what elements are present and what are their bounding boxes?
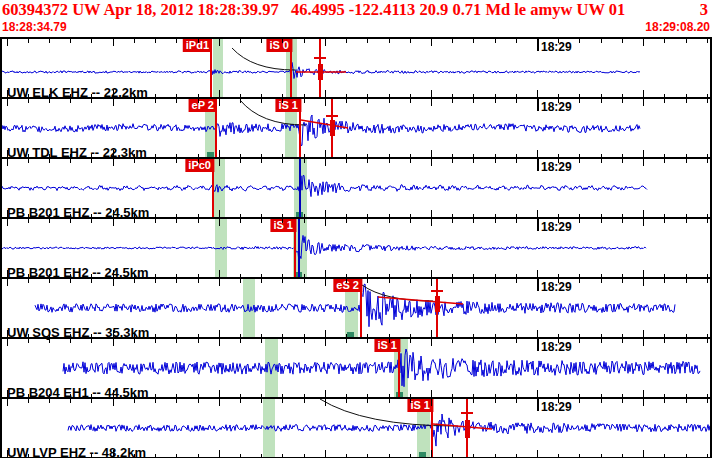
amplitude-marker-box[interactable] — [435, 296, 440, 312]
second-tick — [431, 390, 432, 397]
second-tick — [537, 330, 538, 337]
station-channel-label: UW LVP EHZ -- 48.2km — [7, 445, 146, 458]
trace-panel-pb-b204[interactable]: iS 118:29PB B204 EH1 -- 44.5km — [0, 337, 712, 397]
phase-pick-label[interactable]: iS 1 — [275, 99, 301, 112]
second-tick — [261, 399, 262, 403]
second-tick — [516, 99, 517, 103]
second-tick — [643, 270, 644, 277]
phase-pick-label[interactable]: iPc0 — [185, 159, 214, 172]
second-tick — [686, 159, 687, 163]
associated-pick-line[interactable] — [298, 218, 300, 277]
amplitude-marker-box[interactable] — [465, 420, 470, 438]
phase-pick-label[interactable]: eS 2 — [333, 279, 362, 292]
second-tick — [304, 339, 305, 343]
second-tick — [219, 39, 220, 46]
second-tick — [219, 210, 220, 217]
second-tick — [643, 450, 644, 457]
second-tick — [155, 219, 156, 223]
second-tick — [579, 399, 580, 403]
second-tick — [537, 210, 538, 217]
second-tick — [261, 159, 262, 163]
second-tick — [431, 270, 432, 277]
second-tick — [325, 210, 326, 217]
amplitude-marker-box[interactable] — [330, 120, 335, 136]
amplitude-marker-box[interactable] — [318, 64, 323, 80]
second-tick — [304, 99, 305, 103]
station-channel-label: PB B201 EH2 -- 24.5km — [7, 265, 149, 280]
second-tick — [686, 219, 687, 223]
second-tick — [113, 279, 114, 286]
second-tick — [155, 279, 156, 283]
second-tick — [431, 150, 432, 157]
station-channel-label: PB B201 EHZ -- 24.5km — [7, 205, 149, 220]
second-tick — [367, 219, 368, 223]
second-tick — [686, 399, 687, 403]
second-tick — [516, 159, 517, 163]
amplitude-marker-cross — [314, 57, 326, 59]
trace-panel-uw-tdl[interactable]: eP 2iS 118:29UW TDL EHZ -- 22.3km — [0, 97, 712, 157]
second-tick — [7, 39, 8, 46]
second-tick — [664, 99, 665, 103]
phase-pick-label[interactable]: eP 2 — [189, 99, 217, 112]
second-tick — [431, 330, 432, 337]
second-tick — [198, 219, 199, 223]
coda-decay-curve — [320, 399, 456, 426]
trace-panel-uw-sqs[interactable]: eS 218:29UW SQS EHZ -- 35.3km — [0, 277, 712, 337]
second-tick — [198, 399, 199, 403]
second-tick — [198, 99, 199, 103]
second-tick — [516, 39, 517, 43]
second-tick — [155, 159, 156, 163]
second-tick — [113, 99, 114, 106]
second-tick — [664, 399, 665, 403]
second-tick — [431, 159, 432, 166]
trace-panel-pb-b201[interactable]: iPc018:29PB B201 EHZ -- 24.5km — [0, 157, 712, 217]
trace-panel-uw-lvp[interactable]: iS 118:29UW LVP EHZ -- 48.2km — [0, 397, 712, 457]
trace-panel-uw-elk[interactable]: iPd1iS 018:29UW ELK EHZ -- 22.2km — [0, 37, 712, 97]
second-tick — [240, 399, 241, 403]
second-tick — [176, 219, 177, 223]
second-tick — [495, 399, 496, 403]
second-tick — [198, 339, 199, 343]
amplitude-marker-cross — [326, 115, 338, 117]
seismogram-trace — [2, 235, 646, 263]
second-tick — [601, 399, 602, 403]
second-tick — [113, 39, 114, 46]
minute-time-label: 18:29 — [541, 100, 572, 114]
phase-pick-label[interactable]: iS 0 — [266, 39, 292, 52]
second-tick — [261, 279, 262, 283]
second-tick — [622, 159, 623, 163]
second-tick — [410, 99, 411, 103]
second-tick — [516, 279, 517, 283]
second-tick — [537, 390, 538, 397]
second-tick — [473, 339, 474, 343]
second-tick — [537, 90, 538, 97]
second-tick — [282, 99, 283, 103]
second-tick — [431, 399, 432, 406]
second-tick — [579, 279, 580, 283]
second-tick — [431, 450, 432, 457]
second-tick — [113, 339, 114, 346]
second-tick — [516, 219, 517, 223]
seismogram-trace — [68, 411, 711, 446]
second-tick — [367, 339, 368, 343]
second-tick — [707, 99, 708, 103]
minute-tick — [537, 159, 539, 171]
second-tick — [91, 39, 92, 43]
second-tick — [389, 219, 390, 223]
second-tick — [495, 159, 496, 163]
second-tick — [389, 99, 390, 103]
associated-pick-line[interactable] — [299, 158, 301, 217]
phase-pick-label[interactable]: iS 1 — [407, 399, 433, 412]
phase-pick-label[interactable]: iS 1 — [374, 339, 400, 352]
second-tick — [325, 90, 326, 97]
second-tick — [452, 99, 453, 103]
second-tick — [686, 279, 687, 283]
second-tick — [219, 330, 220, 337]
trace-panel-pb-b201[interactable]: iS 118:29PB B201 EH2 -- 24.5km — [0, 217, 712, 277]
second-tick — [643, 159, 644, 166]
second-tick — [176, 39, 177, 43]
second-tick — [431, 279, 432, 286]
second-tick — [601, 99, 602, 103]
second-tick — [473, 159, 474, 163]
amplitude-marker-cross — [461, 412, 473, 414]
